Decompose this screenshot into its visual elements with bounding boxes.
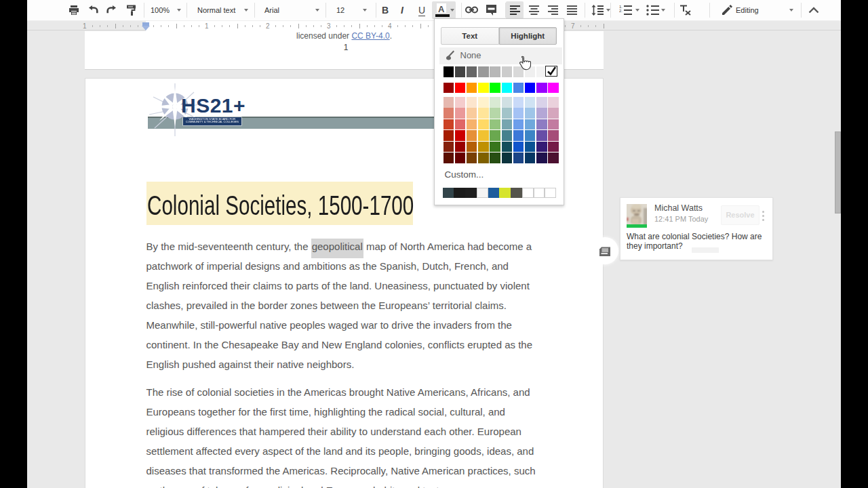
svg-text:2.: 2.	[619, 9, 623, 13]
